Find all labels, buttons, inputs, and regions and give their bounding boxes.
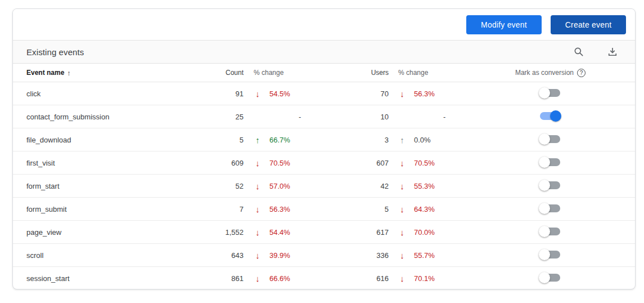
conversion-toggle[interactable] [540,272,560,283]
users-change-value: 70.0% [414,228,435,237]
event-name: contact_form_submission [13,113,194,121]
events-card: Modify event Create event Existing event… [12,8,636,289]
help-icon[interactable]: ? [577,69,586,77]
users-value: 617 [332,228,395,237]
users-change-arrow-icon: ↓ [398,204,406,214]
users-change-arrow-icon: ↓ [398,158,406,168]
table-row: click 91 ↓ 54.5% 70 ↓ 56.3% [13,82,635,105]
users-value: 42 [332,182,395,190]
count-change-arrow-icon: ↓ [254,274,262,283]
users-change-cell: - [395,113,480,121]
panel-title: Existing events [13,47,84,57]
panel-actions [573,46,635,57]
conversion-toggle[interactable] [540,110,560,122]
conversion-toggle[interactable] [540,180,560,191]
table-header-row: Event name ↑ Count % change Users % chan… [13,64,635,82]
users-change-arrow-icon: ↓ [398,228,406,237]
count-change-cell: ↑ 66.7% [248,135,332,145]
count-value: 609 [194,159,248,167]
toggle-thumb [539,226,550,237]
table-row: file_download 5 ↑ 66.7% 3 ↑ 0.0% [13,128,635,152]
users-change-value: 64.3% [414,205,435,213]
count-value: 7 [194,205,248,213]
users-value: 5 [332,205,395,213]
users-change-value: 55.7% [414,251,435,260]
users-change-cell: ↓ 70.0% [395,228,480,237]
count-change-value: - [269,113,301,121]
column-header-users-change[interactable]: % change [395,69,480,77]
conversion-toggle[interactable] [540,226,560,237]
column-header-count[interactable]: Count [194,69,248,77]
table-row: contact_form_submission 25 - 10 - [13,105,635,128]
count-change-value: 70.5% [269,159,290,167]
users-value: 336 [332,251,395,260]
event-name: file_download [13,136,194,144]
column-header-count-change[interactable]: % change [248,69,332,77]
users-change-arrow-icon: ↓ [398,274,406,283]
count-change-value: 56.3% [269,205,290,213]
count-change-cell: ↓ 56.3% [248,204,332,214]
users-change-arrow-icon: ↓ [398,181,406,191]
event-name: first_visit [13,159,194,167]
conversion-toggle[interactable] [540,87,560,99]
column-header-event-name[interactable]: Event name ↑ [13,69,194,77]
users-value: 616 [332,274,395,283]
search-icon[interactable] [573,46,584,57]
count-value: 1,552 [194,228,248,237]
modify-event-button[interactable]: Modify event [466,15,542,34]
count-change-cell: ↓ 57.0% [248,181,332,191]
users-change-cell: ↓ 70.5% [395,158,480,168]
count-value: 5 [194,136,248,144]
count-change-arrow-icon: ↓ [254,228,262,237]
column-header-users[interactable]: Users [332,69,395,77]
count-change-arrow-icon: ↑ [254,135,262,145]
count-change-arrow-icon: ↓ [254,204,262,214]
sort-ascending-icon: ↑ [67,69,71,77]
count-change-cell: ↓ 66.6% [248,274,332,283]
event-name: session_start [13,274,194,283]
table-row: form_submit 7 ↓ 56.3% 5 ↓ 64.3% [13,198,635,221]
users-change-arrow-icon: ↓ [398,251,406,260]
users-change-cell: ↓ 64.3% [395,204,480,214]
users-change-value: 56.3% [414,90,435,98]
users-value: 607 [332,159,395,167]
count-change-value: 66.7% [269,136,290,144]
count-value: 861 [194,274,248,283]
conversion-toggle[interactable] [540,157,560,168]
count-change-arrow-icon: ↓ [254,158,262,168]
count-value: 25 [194,113,248,121]
count-change-value: 66.6% [269,274,290,283]
toolbar: Modify event Create event [13,9,635,40]
toggle-thumb [539,203,550,214]
users-value: 3 [332,136,395,144]
count-change-cell: ↓ 54.4% [248,228,332,237]
count-change-cell: - [248,113,332,121]
count-change-value: 54.5% [269,90,290,98]
table-row: scroll 643 ↓ 39.9% 336 ↓ 55.7% [13,244,635,267]
count-value: 91 [194,90,248,98]
download-icon[interactable] [607,46,618,57]
conversion-toggle[interactable] [540,203,560,214]
users-change-value: 0.0% [414,136,431,144]
count-change-value: 39.9% [269,251,290,260]
count-change-cell: ↓ 70.5% [248,158,332,168]
table-row: page_view 1,552 ↓ 54.4% 617 ↓ 70.0% [13,221,635,244]
toggle-thumb [539,133,550,145]
table-body: click 91 ↓ 54.5% 70 ↓ 56.3% contact_form… [13,82,635,289]
count-change-value: 57.0% [269,182,290,190]
conversion-toggle[interactable] [540,249,560,260]
table-row: form_start 52 ↓ 57.0% 42 ↓ 55.3% [13,175,635,198]
event-name: scroll [13,251,194,260]
event-name: form_start [13,182,194,190]
count-change-cell: ↓ 39.9% [248,251,332,260]
count-change-cell: ↓ 54.5% [248,89,332,99]
count-change-arrow-icon: ↓ [254,181,262,191]
users-change-value: 55.3% [414,182,435,190]
count-value: 643 [194,251,248,260]
create-event-button[interactable]: Create event [551,15,626,34]
event-name: form_submit [13,205,194,213]
conversion-toggle[interactable] [540,133,560,145]
users-change-arrow-icon: ↑ [398,135,406,145]
column-header-mark-as-conversion: Mark as conversion ? [480,69,636,77]
users-change-value: - [414,113,445,121]
